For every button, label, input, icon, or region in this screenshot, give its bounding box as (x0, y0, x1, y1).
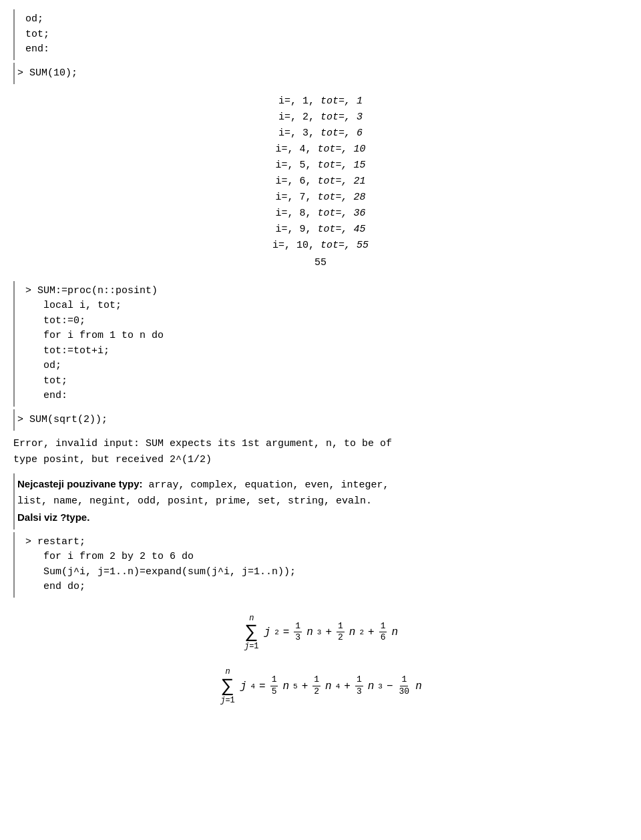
frac-num: 1 (337, 621, 345, 633)
lhs-var: j (240, 680, 247, 692)
frac-1: 1 5 (270, 674, 278, 698)
frac-num: 1 (270, 674, 278, 686)
sum-sub: j=1 (220, 696, 235, 705)
code-line: od; (25, 12, 628, 27)
frac-num: 1 (355, 674, 363, 686)
frac-4: 1 30 (398, 674, 411, 698)
sigma-icon: ∑ (246, 623, 257, 642)
output-row-10: i=, 10, tot=, 55 (272, 238, 369, 254)
minus-sign: − (387, 680, 393, 692)
equals-sign: = (259, 680, 266, 692)
frac-den: 3 (294, 632, 302, 644)
code-line: tot:=tot+i; (25, 344, 628, 359)
frac-num: 1 (294, 621, 302, 633)
output-row-5: i=, 5, tot=, 15 (275, 158, 365, 174)
code-line: > SUM:=proc(n::posint) (25, 284, 628, 299)
lhs-exp: 2 (274, 628, 279, 636)
prompt-line: > SUM(sqrt(2)); (17, 412, 628, 428)
code-line: for i from 2 by 2 to 6 do (25, 550, 628, 565)
code-line: for i from 1 to n do (25, 329, 628, 344)
sigma-icon: ∑ (222, 677, 234, 696)
lhs-exp: 4 (250, 682, 255, 690)
frac-2: 1 2 (312, 674, 320, 698)
var-n: n (282, 680, 289, 692)
exp-3b: 3 (378, 682, 383, 690)
code-block-1: od; tot; end: (13, 9, 628, 60)
code-line: end: (25, 389, 628, 404)
exp-3: 3 (317, 628, 322, 636)
var-n: n (306, 626, 313, 638)
sum-symbol-1: n ∑ j=1 (244, 614, 259, 652)
code-line: od; (25, 359, 628, 374)
page-container: od; tot; end: > SUM(10); i=, 1, tot=, 1 … (13, 9, 628, 712)
plus-sign: + (325, 626, 332, 638)
output-centered: i=, 1, tot=, 1 i=, 2, tot=, 3 i=, 3, tot… (13, 91, 628, 274)
exp-4: 4 (336, 682, 341, 690)
output-row-2: i=, 2, tot=, 3 (278, 110, 363, 126)
code-block-3: > restart; for i from 2 by 2 to 6 do Sum… (13, 532, 628, 598)
info-types: array, complex, equation, even, integer, (143, 479, 389, 491)
exp-5: 5 (293, 682, 298, 690)
output-row-4: i=, 4, tot=, 10 (275, 142, 365, 158)
prompt-sum10: > SUM(10); (13, 63, 628, 84)
frac-2: 1 2 (337, 621, 345, 644)
frac-num: 1 (312, 674, 320, 686)
var-n: n (325, 680, 332, 692)
math-formula-1: n ∑ j=1 j2 = 1 3 n3 + 1 2 n2 + 1 6 (243, 614, 398, 652)
frac-den: 2 (312, 686, 320, 698)
output-row-3: i=, 3, tot=, 6 (278, 126, 363, 142)
plus-sign: + (368, 626, 375, 638)
frac-1: 1 3 (294, 621, 302, 644)
exp-2: 2 (359, 628, 364, 636)
code-line: tot; (25, 27, 628, 43)
plus-sign: + (302, 680, 308, 692)
output-row-6: i=, 6, tot=, 21 (275, 174, 365, 190)
output-sum10: i=, 1, tot=, 1 i=, 2, tot=, 3 i=, 3, tot… (13, 87, 628, 278)
math-output: n ∑ j=1 j2 = 1 3 n3 + 1 2 n2 + 1 6 (13, 600, 628, 712)
var-n: n (349, 626, 356, 638)
frac-den: 3 (355, 686, 363, 698)
output-final: 55 (314, 254, 327, 272)
code-line: end do; (25, 580, 628, 595)
sum-sub: j=1 (244, 642, 259, 651)
equals-sign: = (283, 626, 290, 638)
prompt-line: > SUM(10); (17, 65, 628, 81)
frac-den: 6 (379, 632, 387, 644)
output-row-7: i=, 7, tot=, 28 (275, 190, 365, 206)
frac-3: 1 3 (355, 674, 363, 698)
frac-den: 5 (270, 686, 278, 698)
frac-num: 1 (379, 621, 387, 633)
output-row-8: i=, 8, tot=, 36 (275, 206, 365, 222)
code-line: tot:=0; (25, 314, 628, 329)
var-n: n (391, 626, 398, 638)
sum-symbol-2: n ∑ j=1 (220, 667, 235, 705)
info-types-2: list, name, negint, odd, posint, prime, … (17, 495, 372, 507)
code-line: local i, tot; (25, 298, 628, 314)
math-formula-2: n ∑ j=1 j4 = 1 5 n5 + 1 2 n4 + 1 3 (219, 667, 422, 705)
frac-den: 30 (398, 686, 411, 698)
lhs-var: j (264, 626, 271, 638)
prompt-sum-sqrt: > SUM(sqrt(2)); (13, 409, 628, 431)
output-row-1: i=, 1, tot=, 1 (278, 93, 363, 110)
code-line: > restart; (25, 535, 628, 550)
var-n: n (368, 680, 375, 692)
info-block: Nejcasteji pouzivane typy: array, comple… (13, 473, 628, 530)
info-link[interactable]: Dalsi viz ?type. (17, 511, 89, 523)
info-bold: Nejcasteji pouzivane typy: (17, 478, 143, 489)
code-line: Sum(j^i, j=1..n)=expand(sum(j^i, j=1..n)… (25, 565, 628, 580)
code-line: tot; (25, 374, 628, 389)
code-block-2: > SUM:=proc(n::posint) local i, tot; tot… (13, 281, 628, 407)
output-row-9: i=, 9, tot=, 45 (275, 222, 365, 238)
plus-sign: + (344, 680, 351, 692)
code-line: end: (25, 42, 628, 57)
frac-3: 1 6 (379, 621, 387, 644)
var-n: n (415, 680, 422, 692)
error-block: Error, invalid input: SUM expects its 1s… (13, 433, 628, 471)
frac-den: 2 (337, 632, 345, 644)
frac-num: 1 (400, 674, 408, 686)
